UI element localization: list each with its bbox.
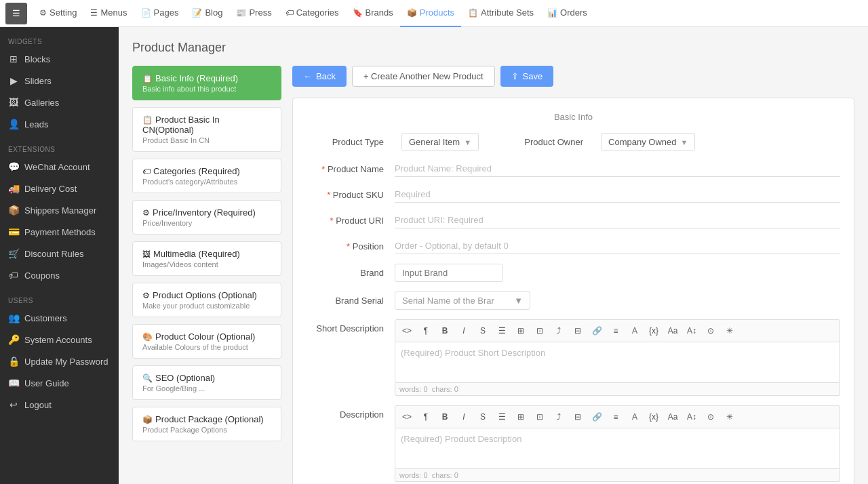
nav-item-setting[interactable]: ⚙Setting xyxy=(33,0,83,27)
rte-toolbar-short-code-button[interactable]: <> xyxy=(398,323,416,339)
rte-toolbar-short-link-button[interactable]: 🔗 xyxy=(588,323,606,339)
nav-item-orders[interactable]: 📊Orders xyxy=(540,0,594,27)
section-card-multimedia[interactable]: 🖼Multimedia (Required)Images/Videos cont… xyxy=(132,241,281,276)
rte-toolbar-short-font-size-button[interactable]: Aa xyxy=(664,323,682,339)
rte-toolbar-desc-paragraph-button[interactable]: ¶ xyxy=(417,409,435,425)
section-sub-product-options: Make your product customizable xyxy=(142,302,271,310)
pages-icon: 📄 xyxy=(141,8,151,18)
nav-item-menus[interactable]: ☰Menus xyxy=(83,0,134,27)
product-uri-input[interactable] xyxy=(395,212,840,228)
product-name-input[interactable] xyxy=(395,161,840,177)
rte-toolbar-desc-link-button[interactable]: 🔗 xyxy=(588,409,606,425)
sidebar-item-coupons[interactable]: 🏷Coupons xyxy=(0,264,119,286)
sidebar-item-blocks[interactable]: ⊞Blocks xyxy=(0,48,119,70)
product-type-select[interactable]: General Item ▼ xyxy=(401,133,479,151)
rte-toolbar-desc-upload-button[interactable]: ⤴ xyxy=(550,409,568,425)
section-card-basic-info-cn[interactable]: 📋Product Basic In CN(Optional)Product Ba… xyxy=(132,107,281,152)
rte-toolbar-desc-code-button[interactable]: <> xyxy=(398,409,416,425)
rte-toolbar-desc-bold-button[interactable]: B xyxy=(436,409,454,425)
rte-toolbar-short-strikethrough-button[interactable]: S xyxy=(474,323,492,339)
rte-toolbar-desc-align-button[interactable]: ≡ xyxy=(607,409,625,425)
rte-toolbar-short-font-color-button[interactable]: A xyxy=(626,323,644,339)
rte-toolbar-short-media-button[interactable]: ⊞ xyxy=(512,323,530,339)
section-card-categories[interactable]: 🏷Categories (Required)Product's category… xyxy=(132,159,281,193)
product-name-label: Product Name xyxy=(307,164,395,174)
product-colour-icon: 🎨 xyxy=(142,332,153,342)
sidebar-label-delivery: Delivery Cost xyxy=(24,184,77,194)
brand-serial-select[interactable]: Serial Name of the Brar ▼ xyxy=(395,291,530,310)
sidebar-item-customers[interactable]: 👥Customers xyxy=(0,307,119,329)
rte-toolbar-short-insert-button[interactable]: ⊙ xyxy=(702,323,719,339)
rte-toolbar-short-align-button[interactable]: ≡ xyxy=(607,323,625,339)
nav-item-blog[interactable]: 📝Blog xyxy=(185,0,229,27)
rte-toolbar-short-embed-button[interactable]: ⊡ xyxy=(531,323,549,339)
sidebar-item-delivery[interactable]: 🚚Delivery Cost xyxy=(0,178,119,199)
short-desc-rte-area[interactable]: (Required) Product Short Description xyxy=(395,342,840,383)
press-icon: 📰 xyxy=(236,8,246,18)
rte-toolbar-desc-insert-button[interactable]: ⊙ xyxy=(702,409,719,425)
rte-toolbar-desc-list-button[interactable]: ☰ xyxy=(493,409,511,425)
back-button[interactable]: ← Back xyxy=(292,66,347,87)
nav-label-orders: Orders xyxy=(560,7,587,18)
hamburger-button[interactable]: ☰ xyxy=(5,3,27,24)
brand-input[interactable] xyxy=(395,264,503,282)
nav-item-brands[interactable]: 🔖Brands xyxy=(346,0,400,27)
sidebar-item-user-guide[interactable]: 📖User Guide xyxy=(0,372,119,394)
rte-toolbar-short-variable-button[interactable]: {x} xyxy=(645,323,663,339)
section-card-seo[interactable]: 🔍SEO (Optional)For Google/Bing ... xyxy=(132,365,281,400)
rte-toolbar-short-italic-button[interactable]: I xyxy=(455,323,473,339)
sidebar-item-update-password[interactable]: 🔒Update My Password xyxy=(0,350,119,372)
nav-item-pages[interactable]: 📄Pages xyxy=(134,0,186,27)
section-card-product-package[interactable]: 📦Product Package (Optional)Product Packa… xyxy=(132,407,281,441)
sidebar-item-payment[interactable]: 💳Payment Methods xyxy=(0,221,119,243)
sidebar: WIDGETS ⊞Blocks▶Sliders🖼Galleries👤Leads … xyxy=(0,27,119,484)
section-card-product-options[interactable]: ⚙Product Options (Optional)Make your pro… xyxy=(132,283,281,317)
sidebar-item-leads[interactable]: 👤Leads xyxy=(0,113,119,135)
save-button[interactable]: ⇧ Save xyxy=(500,66,554,87)
desc-rte-area[interactable]: (Required) Product Description xyxy=(395,428,840,469)
rte-toolbar-short-paragraph-button[interactable]: ¶ xyxy=(417,323,435,339)
rte-toolbar-short-line-height-button[interactable]: A↕ xyxy=(683,323,701,339)
position-input[interactable] xyxy=(395,238,840,254)
brand-row: Brand xyxy=(307,264,840,282)
rte-toolbar-short-special-button[interactable]: ✳ xyxy=(721,323,738,339)
sidebar-item-logout[interactable]: ↩Logout xyxy=(0,394,119,416)
rte-toolbar-short-table-button[interactable]: ⊟ xyxy=(569,323,587,339)
sidebar-item-sliders[interactable]: ▶Sliders xyxy=(0,70,119,92)
section-sub-categories: Product's category/Attributes xyxy=(142,178,271,186)
rte-toolbar-short-bold-button[interactable]: B xyxy=(436,323,454,339)
sections-panel: 📋Basic Info (Required)Basic info about t… xyxy=(132,66,281,484)
update-password-icon: 🔒 xyxy=(8,356,19,367)
rte-toolbar-desc-table-button[interactable]: ⊟ xyxy=(569,409,587,425)
sidebar-item-wechat[interactable]: 💬WeChat Account xyxy=(0,156,119,178)
sidebar-item-discount[interactable]: 🛒Discount Rules xyxy=(0,243,119,264)
rte-toolbar-desc-font-size-button[interactable]: Aa xyxy=(664,409,682,425)
rte-toolbar-desc-embed-button[interactable]: ⊡ xyxy=(531,409,549,425)
product-owner-select[interactable]: Company Owned ▼ xyxy=(601,133,695,151)
sidebar-item-system-accounts[interactable]: 🔑System Accounts xyxy=(0,329,119,350)
rte-toolbar-desc-line-height-button[interactable]: A↕ xyxy=(683,409,701,425)
sidebar-item-shippers[interactable]: 📦Shippers Manager xyxy=(0,199,119,221)
nav-item-attribute-sets[interactable]: 📋Attribute Sets xyxy=(461,0,540,27)
form-toolbar: ← Back + Create Another New Product ⇧ Sa… xyxy=(292,66,854,87)
nav-item-products[interactable]: 📦Products xyxy=(400,0,461,27)
section-card-basic-info[interactable]: 📋Basic Info (Required)Basic info about t… xyxy=(132,66,281,100)
section-card-product-colour[interactable]: 🎨Product Colour (Optional)Available Colo… xyxy=(132,324,281,359)
rte-toolbar-desc-font-color-button[interactable]: A xyxy=(626,409,644,425)
rte-toolbar-desc-special-button[interactable]: ✳ xyxy=(721,409,738,425)
rte-toolbar-desc-strikethrough-button[interactable]: S xyxy=(474,409,492,425)
rte-toolbar-desc-italic-button[interactable]: I xyxy=(455,409,473,425)
sidebar-item-galleries[interactable]: 🖼Galleries xyxy=(0,92,119,113)
section-card-price-inventory[interactable]: ⚙Price/Inventory (Required)Price/Invento… xyxy=(132,200,281,235)
nav-label-brands: Brands xyxy=(366,7,393,18)
rte-toolbar-desc-variable-button[interactable]: {x} xyxy=(645,409,663,425)
create-product-button[interactable]: + Create Another New Product xyxy=(352,66,495,87)
rte-toolbar-short-upload-button[interactable]: ⤴ xyxy=(550,323,568,339)
nav-item-press[interactable]: 📰Press xyxy=(229,0,278,27)
product-sku-input[interactable] xyxy=(395,186,840,203)
section-sub-product-package: Product Package Options xyxy=(142,426,271,434)
nav-item-categories[interactable]: 🏷Categories xyxy=(279,0,346,27)
page-title: Product Manager xyxy=(132,41,854,55)
rte-toolbar-desc-media-button[interactable]: ⊞ xyxy=(512,409,530,425)
rte-toolbar-short-list-button[interactable]: ☰ xyxy=(493,323,511,339)
